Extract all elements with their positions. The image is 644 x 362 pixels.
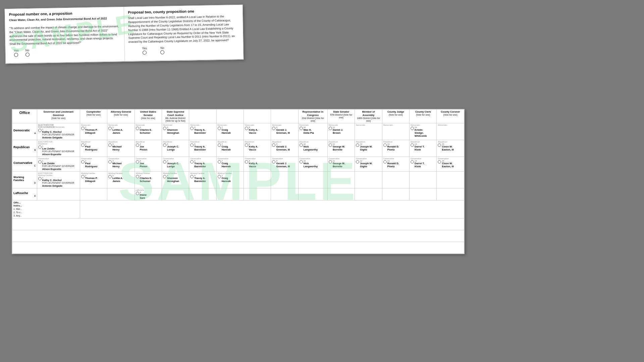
rep-comp-circle[interactable] xyxy=(81,143,85,147)
dem-gov-running-label: FOR LIEUTENANT GOVERNOR xyxy=(42,133,74,136)
office-header: Office xyxy=(12,110,37,123)
con-sup2-circle[interactable] xyxy=(190,160,194,164)
rep-cong-circle[interactable] xyxy=(300,143,303,147)
dem-clk-circle[interactable] xyxy=(411,127,414,130)
con-cong-name: NickLangworthy xyxy=(304,162,318,168)
dem-ag-circle[interactable] xyxy=(108,127,112,130)
con-sup3-circle[interactable] xyxy=(218,160,221,164)
dem-supreme5: Democratic 9 Gerald J.Greenan, III xyxy=(271,123,298,140)
dem-comp-circle[interactable] xyxy=(81,127,85,130)
yes-circle[interactable] xyxy=(14,53,18,57)
conservative-text: Conservative xyxy=(13,161,36,165)
con-gov-circle[interactable] xyxy=(38,160,42,164)
rep-sup5-circle[interactable] xyxy=(272,143,275,147)
laRouche-row: LaRouche E LaRouche 4 DianeSare xyxy=(12,188,464,200)
rep-sup3-circle[interactable] xyxy=(218,143,221,147)
con-congress: Conservative 10 NickLangworthy xyxy=(298,157,327,171)
proposal-card: SAMPLE Proposal number one, a propositio… xyxy=(5,5,244,64)
wf-ag: Working Families 3 Letitia A.James xyxy=(107,171,135,188)
con-clk-circle[interactable] xyxy=(411,160,414,164)
dem-gov-running: Antonio Delgado xyxy=(42,136,74,139)
no-circle-2[interactable] xyxy=(160,50,164,54)
rep-assembly: Republican 12 Joseph M.Giglio xyxy=(355,140,382,157)
con-clk-party: Conservative xyxy=(411,158,435,160)
con-gov-lbl: FOR LIEUTENANT GOVERNOR xyxy=(42,165,74,168)
con-ag-circle[interactable] xyxy=(108,160,112,164)
wf-sup1-circle[interactable] xyxy=(163,175,166,178)
rep-ag-name: MichaelHenry xyxy=(112,145,122,151)
rep-clk-circle[interactable] xyxy=(411,143,414,147)
rep-sup5-party: Republican xyxy=(272,141,297,143)
dem-cor-party: Democratic xyxy=(438,124,463,126)
con-sup5-circle[interactable] xyxy=(272,160,275,164)
rep-sup1-circle[interactable] xyxy=(163,143,166,147)
dem-sup1-party: Democratic xyxy=(163,124,188,126)
rep-sup5: Republican 9 Gerald J.Greenan, III xyxy=(271,140,298,157)
rep-sup2-name: Tracey A.Bannister xyxy=(194,145,206,151)
con-asm-circle[interactable] xyxy=(356,160,359,164)
con-comp-circle[interactable] xyxy=(81,160,85,164)
rep-gov-circle[interactable] xyxy=(38,145,42,149)
rep-sup4-circle[interactable] xyxy=(245,143,248,147)
con-ussen-circle[interactable] xyxy=(136,160,139,164)
rep-ussen-name: JoePinion xyxy=(140,145,148,151)
col-assembly: Member of Assembly 148th District (Vote … xyxy=(355,110,382,123)
yes-label-2: Yes xyxy=(142,47,147,50)
dem-ussen-circle[interactable] xyxy=(136,127,139,130)
wf-gov-running: Antonio Delgado xyxy=(42,184,74,187)
dem-sup2-circle[interactable] xyxy=(190,127,194,130)
con-jdg-circle[interactable] xyxy=(383,160,387,164)
no-label-2: No xyxy=(160,46,164,50)
wf-ag-circle[interactable] xyxy=(108,175,112,178)
yes-circle-2[interactable] xyxy=(143,51,147,55)
col-stsen-title: State Senator xyxy=(329,110,354,114)
dem-sup4-circle[interactable] xyxy=(245,127,248,130)
con-gov-running: Alison Esposito xyxy=(42,168,74,171)
wf-sup2-name: Tracey A.Bannister xyxy=(194,177,206,183)
con-cong-circle[interactable] xyxy=(300,160,303,164)
con-ussen-party: Conservative xyxy=(136,158,161,160)
rep-gov-name: Lee Zeldin xyxy=(42,147,74,150)
col-comptroller: Comptroller (Vote for one) xyxy=(80,110,107,123)
dem-sup5-circle[interactable] xyxy=(272,127,275,130)
dem-sup3-circle[interactable] xyxy=(218,127,221,130)
dem-gov: ELECTORS FORFOR GOVERNOR Democratic 1 Ka… xyxy=(37,123,80,140)
lar-ussen-circle[interactable] xyxy=(136,192,139,195)
col-sup5 xyxy=(271,110,298,123)
rep-cong-name: NickLangworthy xyxy=(304,145,318,151)
rep-sup3-name: CraigHannah xyxy=(222,145,231,151)
dem-supreme1: Democratic 5 ShannonHeneghan xyxy=(162,123,189,140)
wf-sup3-circle[interactable] xyxy=(218,175,221,178)
con-stsen-name: George M.Borrello xyxy=(333,162,345,168)
rep-asm-circle[interactable] xyxy=(356,143,359,147)
no-circle[interactable] xyxy=(25,53,30,57)
dem-gov-circle[interactable] xyxy=(38,129,42,132)
con-cor-circle[interactable] xyxy=(438,160,441,164)
democratic-label: Democratic A xyxy=(12,123,37,140)
rep-ussen: Republican 4 JoePinion xyxy=(135,140,162,157)
wf-sup2-circle[interactable] xyxy=(190,175,194,178)
dem-statesenator: Democratic 11 Daniel J.Brown xyxy=(327,123,355,140)
con-stsen-circle[interactable] xyxy=(329,160,332,164)
dem-ag: Democratic 3 Letitia A.James xyxy=(107,123,135,140)
con-sup1-circle[interactable] xyxy=(163,160,166,164)
wf-comp-circle[interactable] xyxy=(81,175,85,178)
rep-cor-circle[interactable] xyxy=(438,143,441,147)
dem-sup1-circle[interactable] xyxy=(163,127,166,130)
wf-ussen-circle[interactable] xyxy=(136,175,139,178)
con-sup4-circle[interactable] xyxy=(245,160,248,164)
ballot-card: SAMPLE Office Governor and Lieutenant Go… xyxy=(12,109,465,254)
dem-cong-circle[interactable] xyxy=(300,127,303,130)
dem-stsen-circle[interactable] xyxy=(329,127,332,130)
wf-sup1-name: ShannonHeneghan xyxy=(167,177,179,183)
rep-jdg-circle[interactable] xyxy=(383,143,387,147)
rep-stsen-circle[interactable] xyxy=(329,143,332,147)
dem-ussen-party: Democratic xyxy=(136,124,161,126)
header-row: Office Governor and Lieutenant Governor … xyxy=(12,110,464,123)
rep-ussen-circle[interactable] xyxy=(136,143,139,147)
rep-sup2-circle[interactable] xyxy=(190,143,194,147)
rep-ag-circle[interactable] xyxy=(108,143,112,147)
con-stsen-party: Conservative xyxy=(329,158,354,160)
con-sup1-party: Conservative xyxy=(163,158,188,160)
wf-gov-circle[interactable] xyxy=(38,177,42,180)
